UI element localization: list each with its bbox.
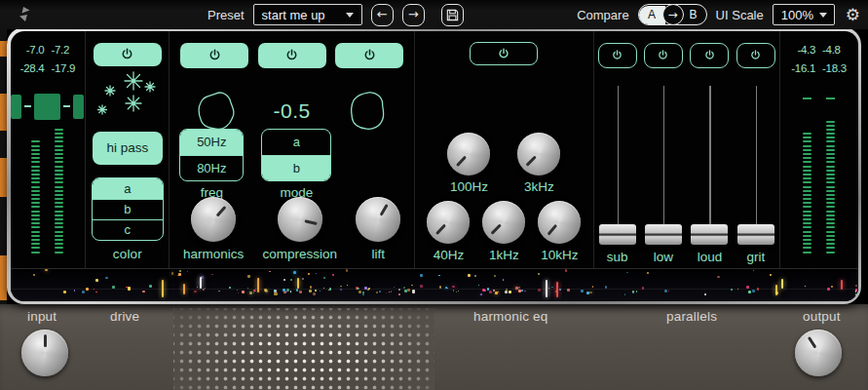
input-gain-knob[interactable]: [21, 330, 68, 376]
preset-controls: Preset start me up ← →: [208, 0, 464, 29]
mode-option-a[interactable]: a: [262, 130, 330, 155]
parallel-channel-loud: loud: [687, 31, 733, 268]
compare-ab-toggle[interactable]: A → B: [638, 4, 707, 25]
slider-tick: [24, 105, 31, 107]
output-peak-left: -4.3: [797, 44, 815, 56]
color-power-button[interactable]: [94, 43, 162, 66]
input-peak-right: -7.2: [51, 44, 69, 56]
sparkle-asterisks-icon: [96, 70, 159, 129]
output-gain-knob[interactable]: [795, 330, 842, 376]
parallel-channel-sub: sub: [594, 31, 640, 268]
input-level-meters: [11, 129, 86, 254]
sub-label: sub: [594, 250, 640, 264]
grit-fader-handle[interactable]: [737, 224, 774, 245]
power-icon: [703, 49, 716, 61]
preset-value: start me up: [262, 8, 325, 22]
color-section: hi pass a b c color: [86, 31, 170, 268]
settings-gear-icon[interactable]: ⚙: [846, 7, 860, 23]
preset-next-button[interactable]: →: [402, 4, 425, 26]
output-avg-left: -16.1: [791, 62, 815, 74]
loud-fader-handle[interactable]: [691, 224, 728, 245]
power-icon: [362, 48, 377, 62]
harmonic-eq-section: 100Hz 3kHz 40Hz 1kHz 10kHz: [415, 31, 594, 268]
save-preset-button[interactable]: [441, 4, 464, 26]
drive-power-button-3[interactable]: [335, 43, 403, 68]
output-peak-markers: [780, 98, 858, 99]
parallels-section: sub low loud: [594, 31, 780, 268]
ui-scale-dropdown[interactable]: 100%: [773, 4, 835, 25]
input-gain-handle-right[interactable]: [73, 95, 84, 119]
copy-a-to-b-button[interactable]: →: [662, 4, 684, 25]
ui-scale-label: UI Scale: [716, 8, 764, 22]
grit-power-button[interactable]: [736, 43, 775, 68]
preset-prev-button[interactable]: ←: [371, 4, 394, 26]
eq-100hz-knob[interactable]: [447, 133, 490, 176]
arrow-right-icon: →: [408, 5, 419, 24]
output-meter-readout: -4.3 -4.8 -16.1 -18.3: [780, 44, 858, 74]
mode-option-b[interactable]: b: [262, 155, 330, 180]
drive-power-button-2[interactable]: [258, 43, 326, 68]
input-gain-handle-left[interactable]: [11, 95, 21, 119]
drive-section-label: drive: [110, 309, 139, 324]
window-controls: Compare A → B UI Scale 100% ⚙: [577, 0, 860, 29]
drive-power-button-1[interactable]: [180, 43, 248, 68]
compression-control: compression: [263, 197, 338, 261]
freq-selector: 50Hz 80Hz: [179, 129, 244, 181]
preset-dropdown[interactable]: start me up: [253, 4, 362, 25]
mode-selector: a b: [261, 129, 331, 181]
low-fader-track[interactable]: [663, 86, 665, 241]
power-icon: [497, 47, 510, 60]
harmonics-knob[interactable]: [191, 197, 236, 242]
lift-knob[interactable]: [356, 197, 400, 242]
sub-fader-track[interactable]: [618, 86, 620, 241]
freq-option-80hz[interactable]: 80Hz: [180, 155, 243, 180]
power-icon: [611, 49, 623, 61]
power-icon: [120, 47, 134, 61]
eq-40hz-knob[interactable]: [427, 201, 470, 244]
sub-fader-handle[interactable]: [599, 224, 636, 245]
lift-control: lift: [356, 197, 400, 261]
color-option-a[interactable]: a: [93, 178, 163, 199]
sub-power-button[interactable]: [598, 43, 637, 68]
color-option-b[interactable]: b: [93, 199, 163, 219]
color-option-c[interactable]: c: [93, 219, 163, 240]
eq-100hz-control: 100Hz: [447, 133, 490, 194]
input-meter-readout: -7.0 -7.2 -28.4 -17.9: [11, 44, 86, 74]
eq-1khz-knob[interactable]: [482, 201, 525, 244]
power-icon: [208, 48, 222, 62]
input-gain-slider[interactable]: [11, 94, 86, 120]
input-section-label: input: [27, 309, 57, 324]
loud-fader-track[interactable]: [709, 86, 711, 241]
main-panel-frame: -7.0 -7.2 -28.4 -17.9: [7, 27, 861, 304]
low-power-button[interactable]: [644, 43, 683, 68]
eq-10khz-knob[interactable]: [538, 201, 581, 244]
compare-label: Compare: [577, 8, 628, 22]
harmonics-control: harmonics: [183, 197, 244, 261]
arrow-left-icon: ←: [377, 5, 388, 24]
input-gain-handle-center[interactable]: [34, 94, 60, 120]
output-level-meters: [780, 121, 858, 254]
loud-power-button[interactable]: [690, 43, 729, 68]
compare-a-slot[interactable]: A: [639, 6, 665, 24]
floppy-disk-icon: [445, 8, 460, 22]
low-fader-handle[interactable]: [645, 224, 682, 245]
color-variant-selector: a b c: [92, 177, 164, 241]
input-avg-right: -17.9: [51, 62, 75, 74]
compare-b-slot[interactable]: B: [681, 8, 706, 21]
grit-label: grit: [733, 250, 778, 264]
input-avg-left: -28.4: [20, 62, 45, 74]
eq-40hz-control: 40Hz: [427, 201, 470, 262]
compression-label: compression: [263, 247, 338, 261]
grit-fader-track[interactable]: [756, 86, 758, 241]
ui-scale-value: 100%: [781, 8, 813, 22]
harmonic-eq-power-button[interactable]: [470, 42, 538, 65]
compression-knob[interactable]: [278, 197, 322, 242]
eq-3khz-knob[interactable]: [517, 133, 560, 176]
freq-option-50hz[interactable]: 50Hz: [180, 130, 243, 155]
low-label: low: [640, 250, 686, 264]
hi-pass-button[interactable]: hi pass: [93, 132, 163, 165]
preset-label: Preset: [208, 8, 245, 22]
input-meter-section: -7.0 -7.2 -28.4 -17.9: [11, 31, 87, 268]
power-icon: [657, 49, 669, 61]
speaker-grille-decoration: [173, 308, 434, 390]
